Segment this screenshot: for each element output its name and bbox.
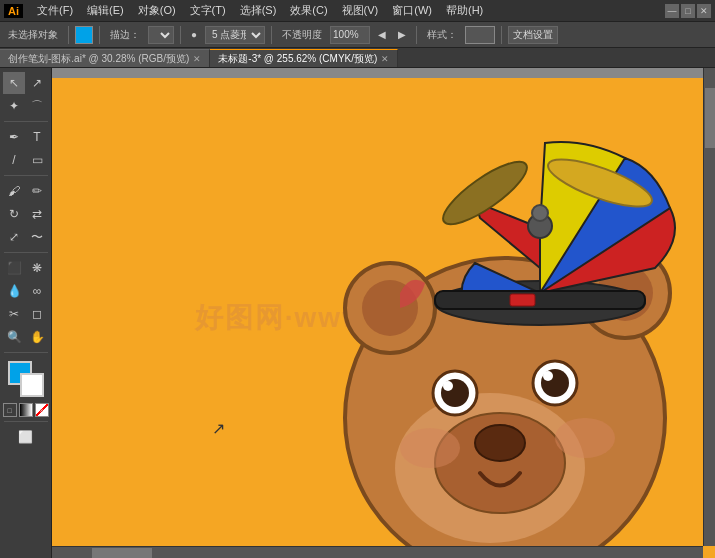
pencil-tool[interactable]: ✏ bbox=[26, 180, 48, 202]
opacity-label: 不透明度 bbox=[278, 28, 326, 42]
window-controls: — □ ✕ bbox=[665, 4, 711, 18]
shape-tool[interactable]: ▭ bbox=[26, 149, 48, 171]
v-scroll-thumb[interactable] bbox=[705, 88, 715, 148]
scale-row: ⤢ 〜 bbox=[3, 226, 48, 248]
blend-tool[interactable]: ∞ bbox=[26, 280, 48, 302]
color-mode-icons: □ × bbox=[3, 403, 49, 417]
menu-help[interactable]: 帮助(H) bbox=[440, 1, 489, 20]
menu-window[interactable]: 窗口(W) bbox=[386, 1, 438, 20]
horizontal-scrollbar[interactable] bbox=[52, 546, 703, 558]
hand-tool[interactable]: ✋ bbox=[26, 326, 48, 348]
direct-selection-tool[interactable]: ↗ bbox=[26, 72, 48, 94]
svg-point-20 bbox=[475, 425, 525, 461]
menu-edit[interactable]: 编辑(E) bbox=[81, 1, 130, 20]
menu-file[interactable]: 文件(F) bbox=[31, 1, 79, 20]
screen-mode-button[interactable]: ⬜ bbox=[15, 426, 37, 448]
tab-1-label: 未标题-3* @ 255.62% (CMYK/预览) bbox=[218, 52, 377, 66]
canvas-area[interactable]: 好图网·www.haotuou.com bbox=[52, 68, 715, 558]
line-row: / ▭ bbox=[3, 149, 48, 171]
arrow-left[interactable]: ◀ bbox=[374, 29, 390, 40]
scale-tool[interactable]: ⤢ bbox=[3, 226, 25, 248]
object-label: 未选择对象 bbox=[4, 28, 62, 42]
selection-tools: ↖ ↗ ✦ ⌒ bbox=[3, 72, 48, 117]
separator-2 bbox=[99, 26, 100, 44]
eyedrop-row: 💧 ∞ bbox=[3, 280, 48, 302]
background-color[interactable] bbox=[20, 373, 44, 397]
magic-wand-tool[interactable]: ✦ bbox=[3, 95, 25, 117]
menu-select[interactable]: 选择(S) bbox=[234, 1, 283, 20]
svg-point-15 bbox=[443, 381, 453, 391]
opacity-input[interactable] bbox=[330, 26, 370, 44]
left-toolbar: ↖ ↗ ✦ ⌒ ✒ T / ▭ 🖌 ✏ bbox=[0, 68, 52, 558]
menu-effect[interactable]: 效果(C) bbox=[284, 1, 333, 20]
type-tool[interactable]: T bbox=[26, 126, 48, 148]
menu-text[interactable]: 文字(T) bbox=[184, 1, 232, 20]
tab-1-close[interactable]: ✕ bbox=[381, 54, 389, 64]
separator-3 bbox=[180, 26, 181, 44]
minimize-button[interactable]: — bbox=[665, 4, 679, 18]
paintbrush-tool[interactable]: 🖌 bbox=[3, 180, 25, 202]
none-icon[interactable]: × bbox=[35, 403, 49, 417]
fill-color-swatch[interactable] bbox=[75, 26, 93, 44]
selection-row-1: ↖ ↗ bbox=[3, 72, 48, 94]
separator-6 bbox=[501, 26, 502, 44]
warp-tool[interactable]: 〜 bbox=[26, 226, 48, 248]
separator-5 bbox=[416, 26, 417, 44]
normal-mode-icon[interactable]: □ bbox=[3, 403, 17, 417]
color-swatch-container bbox=[8, 361, 44, 397]
sep-5 bbox=[4, 421, 48, 422]
graph-tool[interactable]: ⬛ bbox=[3, 257, 25, 279]
tab-0[interactable]: 创作笔划-图标.ai* @ 30.28% (RGB/预览) ✕ bbox=[0, 49, 210, 67]
slice-row: ✂ ◻ bbox=[3, 303, 48, 325]
maximize-button[interactable]: □ bbox=[681, 4, 695, 18]
selection-tool[interactable]: ↖ bbox=[3, 72, 25, 94]
h-scroll-thumb[interactable] bbox=[92, 548, 152, 558]
menu-object[interactable]: 对象(O) bbox=[132, 1, 182, 20]
rotate-row: ↻ ⇄ bbox=[3, 203, 48, 225]
svg-point-21 bbox=[400, 428, 460, 468]
separator-1 bbox=[68, 26, 69, 44]
zoom-tool[interactable]: 🔍 bbox=[3, 326, 25, 348]
draw-tools: ✒ T / ▭ bbox=[3, 126, 48, 171]
sep-4 bbox=[4, 352, 48, 353]
style-swatch[interactable] bbox=[465, 26, 495, 44]
reflect-tool[interactable]: ⇄ bbox=[26, 203, 48, 225]
main-area: ↖ ↗ ✦ ⌒ ✒ T / ▭ 🖌 ✏ bbox=[0, 68, 715, 558]
tab-0-close[interactable]: ✕ bbox=[193, 54, 201, 64]
svg-rect-12 bbox=[510, 294, 535, 306]
graph-row: ⬛ ❋ bbox=[3, 257, 48, 279]
svg-point-22 bbox=[555, 418, 615, 458]
view-tools: ⬛ ❋ 💧 ∞ ✂ ◻ 🔍 ✋ bbox=[3, 257, 48, 348]
lasso-tool[interactable]: ⌒ bbox=[26, 95, 48, 117]
slice-tool[interactable]: ✂ bbox=[3, 303, 25, 325]
sep-2 bbox=[4, 175, 48, 176]
rotate-tool[interactable]: ↻ bbox=[3, 203, 25, 225]
svg-rect-11 bbox=[435, 291, 645, 309]
separator-4 bbox=[271, 26, 272, 44]
menu-view[interactable]: 视图(V) bbox=[336, 1, 385, 20]
zoom-row: 🔍 ✋ bbox=[3, 326, 48, 348]
sep-3 bbox=[4, 252, 48, 253]
points-label: ● bbox=[187, 29, 201, 40]
symbol-tool[interactable]: ❋ bbox=[26, 257, 48, 279]
stroke-select[interactable] bbox=[148, 26, 174, 44]
line-tool[interactable]: / bbox=[3, 149, 25, 171]
eraser-tool[interactable]: ◻ bbox=[26, 303, 48, 325]
gradient-icon[interactable] bbox=[19, 403, 33, 417]
points-select[interactable]: 5 点菱形 bbox=[205, 26, 265, 44]
vertical-scrollbar[interactable] bbox=[703, 68, 715, 546]
selection-row-2: ✦ ⌒ bbox=[3, 95, 48, 117]
style-label: 样式： bbox=[423, 28, 461, 42]
close-button[interactable]: ✕ bbox=[697, 4, 711, 18]
svg-point-18 bbox=[543, 371, 553, 381]
arrow-right[interactable]: ▶ bbox=[394, 29, 410, 40]
menu-bar: Ai 文件(F) 编辑(E) 对象(O) 文字(T) 选择(S) 效果(C) 视… bbox=[0, 0, 715, 22]
tab-1[interactable]: 未标题-3* @ 255.62% (CMYK/预览) ✕ bbox=[210, 49, 398, 67]
eyedropper-tool[interactable]: 💧 bbox=[3, 280, 25, 302]
doc-settings-button[interactable]: 文档设置 bbox=[508, 26, 558, 44]
stroke-label: 描边： bbox=[106, 28, 144, 42]
tabs-bar: 创作笔划-图标.ai* @ 30.28% (RGB/预览) ✕ 未标题-3* @… bbox=[0, 48, 715, 68]
tab-0-label: 创作笔划-图标.ai* @ 30.28% (RGB/预览) bbox=[8, 52, 189, 66]
bear-illustration bbox=[315, 108, 715, 558]
pen-tool[interactable]: ✒ bbox=[3, 126, 25, 148]
